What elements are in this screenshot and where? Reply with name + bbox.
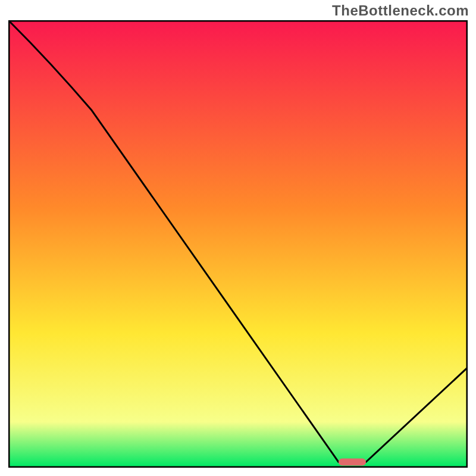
optimal-marker [339, 459, 366, 466]
chart-container: TheBottleneck.com [0, 0, 476, 476]
bottleneck-plot [8, 20, 468, 468]
watermark-text: TheBottleneck.com [332, 2, 469, 19]
chart-svg [8, 20, 468, 468]
svg-rect-0 [10, 21, 466, 466]
